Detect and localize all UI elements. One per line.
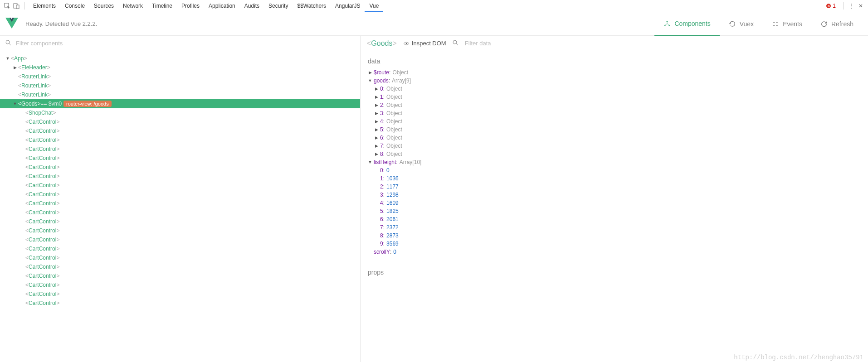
data-row-4[interactable]: ▶4:Object — [368, 117, 861, 125]
status-message: Ready. Detected Vue 2.2.2. — [25, 20, 97, 27]
tab-vuex[interactable]: Vuex — [720, 12, 763, 36]
svg-line-11 — [9, 43, 11, 45]
tree-node-cartcontrol[interactable]: <CartControl> — [0, 163, 360, 172]
data-row-scrollY: scrollY:0 — [368, 248, 861, 256]
devtools-tab-security[interactable]: Security — [264, 0, 293, 12]
vue-devtools-header: Ready. Detected Vue 2.2.2. Components Vu… — [0, 12, 868, 36]
svg-point-8 — [773, 25, 775, 26]
devtools-tab-network[interactable]: Network — [118, 0, 147, 12]
devtools-tab-elements[interactable]: Elements — [29, 0, 60, 12]
tree-node-cartcontrol[interactable]: <CartControl> — [0, 244, 360, 253]
data-row-goods[interactable]: ▼goods:Array[9] — [368, 77, 861, 85]
component-tree: ▼<App>▶<EleHeader><RouterLink><RouterLin… — [0, 51, 360, 362]
tree-node-cartcontrol[interactable]: <CartControl> — [0, 217, 360, 226]
inspect-element-icon[interactable] — [3, 1, 12, 10]
tree-node-routerlink[interactable]: <RouterLink> — [0, 72, 360, 81]
tree-node-cartcontrol[interactable]: <CartControl> — [0, 271, 360, 280]
tab-events[interactable]: Events — [763, 12, 811, 36]
tree-node-cartcontrol[interactable]: <CartControl> — [0, 226, 360, 235]
tree-node-cartcontrol[interactable]: <CartControl> — [0, 199, 360, 208]
tree-node-cartcontrol[interactable]: <CartControl> — [0, 117, 360, 126]
detail-pane: <Goods> Inspect DOM data ▶$route:Object▼… — [361, 36, 868, 362]
devtools-topbar: ElementsConsoleSourcesNetworkTimelinePro… — [0, 0, 868, 12]
tree-node-cartcontrol[interactable]: <CartControl> — [0, 280, 360, 290]
error-count: 1 — [833, 3, 836, 9]
data-row-7: 7:2372 — [368, 223, 861, 232]
tree-node-eleheader[interactable]: ▶<EleHeader> — [0, 63, 360, 72]
selected-component-title: <Goods> — [367, 39, 397, 48]
svg-point-3 — [667, 21, 668, 22]
components-pane: ▼<App>▶<EleHeader><RouterLink><RouterLin… — [0, 36, 361, 362]
data-row-3: 3:1298 — [368, 191, 861, 199]
search-icon — [453, 40, 458, 47]
data-row-$route[interactable]: ▶$route:Object — [368, 68, 861, 77]
filter-data-input[interactable] — [465, 40, 862, 47]
tab-components[interactable]: Components — [654, 12, 719, 36]
components-icon — [663, 20, 671, 27]
data-row-6[interactable]: ▶6:Object — [368, 134, 861, 142]
detail-body: data ▶$route:Object▼goods:Array[9]▶0:Obj… — [361, 51, 868, 362]
data-row-8[interactable]: ▶8:Object — [368, 150, 861, 158]
tree-node-cartcontrol[interactable]: <CartControl> — [0, 253, 360, 262]
main-split: ▼<App>▶<EleHeader><RouterLink><RouterLin… — [0, 36, 868, 362]
devtools-tab-audits[interactable]: Audits — [240, 0, 264, 12]
tree-node-cartcontrol[interactable]: <CartControl> — [0, 126, 360, 135]
tree-node-routerlink[interactable]: <RouterLink> — [0, 90, 360, 99]
tree-node-cartcontrol[interactable]: <CartControl> — [0, 262, 360, 271]
error-dot-icon: ✕ — [826, 4, 831, 8]
filter-bar — [0, 36, 360, 51]
data-row-listHeight[interactable]: ▼listHeight:Array[10] — [368, 158, 861, 166]
devtools-tab-console[interactable]: Console — [60, 0, 89, 12]
section-data-label: data — [368, 58, 861, 65]
data-row-5[interactable]: ▶5:Object — [368, 125, 861, 134]
tree-node-cartcontrol[interactable]: <CartControl> — [0, 235, 360, 244]
devtools-tab-vue[interactable]: Vue — [365, 0, 383, 12]
devtools-tab-watchers[interactable]: $$Watchers — [293, 0, 331, 12]
tree-node-cartcontrol[interactable]: <CartControl> — [0, 135, 360, 145]
events-icon — [772, 20, 779, 28]
tab-refresh[interactable]: Refresh — [811, 12, 863, 36]
svg-line-15 — [456, 43, 458, 45]
tree-node-app[interactable]: ▼<App> — [0, 54, 360, 63]
error-indicator[interactable]: ✕ 1 — [826, 3, 836, 9]
inspect-dom-button[interactable]: Inspect DOM — [403, 40, 446, 47]
devtools-tab-timeline[interactable]: Timeline — [147, 0, 177, 12]
data-row-1: 1:1036 — [368, 174, 861, 183]
data-row-0[interactable]: ▶0:Object — [368, 85, 861, 93]
tree-node-cartcontrol[interactable]: <CartControl> — [0, 208, 360, 217]
data-row-2[interactable]: ▶2:Object — [368, 101, 861, 109]
devtools-tab-profiles[interactable]: Profiles — [177, 0, 204, 12]
devtools-tab-application[interactable]: Application — [204, 0, 240, 12]
tree-node-cartcontrol[interactable]: <CartControl> — [0, 181, 360, 190]
svg-point-13 — [406, 43, 407, 43]
close-icon[interactable]: ✕ — [856, 1, 865, 10]
tree-node-cartcontrol[interactable]: <CartControl> — [0, 172, 360, 181]
data-row-3[interactable]: ▶3:Object — [368, 109, 861, 117]
svg-point-10 — [6, 40, 10, 44]
filter-components-input[interactable] — [16, 40, 355, 47]
data-row-4: 4:1609 — [368, 199, 861, 207]
data-row-0: 0:0 — [368, 166, 861, 174]
tree-node-cartcontrol[interactable]: <CartControl> — [0, 299, 360, 308]
svg-point-9 — [776, 25, 778, 26]
toggle-device-icon[interactable] — [12, 1, 21, 10]
eye-icon — [403, 40, 410, 47]
data-row-6: 6:2061 — [368, 215, 861, 223]
devtools-tab-angularjs[interactable]: AngularJS — [331, 0, 365, 12]
tree-node-goods[interactable]: ▼<Goods> == $vm0 router-view: /goods — [0, 99, 360, 108]
tree-node-shopchat[interactable]: <ShopChat> — [0, 108, 360, 117]
vuex-icon — [729, 20, 736, 28]
data-row-9: 9:3569 — [368, 240, 861, 248]
kebab-menu-icon[interactable]: ⋮ — [847, 1, 856, 10]
tree-node-cartcontrol[interactable]: <CartControl> — [0, 290, 360, 299]
devtools-tabs: ElementsConsoleSourcesNetworkTimelinePro… — [29, 0, 383, 12]
tree-node-cartcontrol[interactable]: <CartControl> — [0, 154, 360, 163]
data-row-7[interactable]: ▶7:Object — [368, 142, 861, 150]
devtools-tab-sources[interactable]: Sources — [89, 0, 118, 12]
tree-node-routerlink[interactable]: <RouterLink> — [0, 81, 360, 90]
tree-node-cartcontrol[interactable]: <CartControl> — [0, 190, 360, 199]
refresh-icon — [820, 20, 828, 28]
tree-node-cartcontrol[interactable]: <CartControl> — [0, 145, 360, 154]
section-props-label: props — [368, 269, 861, 276]
data-row-1[interactable]: ▶1:Object — [368, 93, 861, 101]
